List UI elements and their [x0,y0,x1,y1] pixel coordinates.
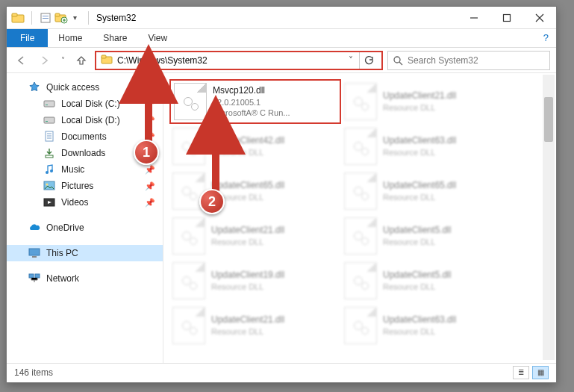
file-item[interactable]: UpdateClient19.dllResource DLL [169,258,341,303]
file-desc: Resource DLL [211,326,284,337]
sidebar-item-label: This PC [46,248,78,258]
tab-view[interactable]: View [137,29,178,47]
svg-point-18 [46,171,49,174]
address-field[interactable]: C:\Windows\System32 ˅ [95,51,383,70]
file-name: UpdateClient65.dll [383,180,456,192]
new-folder-icon[interactable] [54,11,68,25]
svg-rect-15 [46,121,48,122]
svg-rect-12 [44,101,54,107]
svg-rect-8 [504,14,511,21]
dll-file-icon [172,262,205,299]
maximize-button[interactable] [490,7,523,29]
file-desc: MicrosoftA® C Run... [213,108,290,118]
svg-rect-10 [102,55,106,58]
properties-icon[interactable] [39,11,52,25]
annotation-badge-2: 2 [199,189,225,214]
file-name: UpdateClient21.dll [211,225,284,237]
tab-share[interactable]: Share [93,29,137,47]
svg-point-11 [394,57,400,63]
tab-home[interactable]: Home [48,29,93,47]
forward-button[interactable] [35,52,53,69]
videos-icon [43,196,56,208]
vertical-scrollbar[interactable] [543,75,555,360]
file-desc: Resource DLL [383,326,456,337]
recent-dropdown-icon[interactable]: ˅ [57,52,68,69]
network-icon [28,273,41,284]
address-bar: ˅ C:\Windows\System32 ˅ Search System32 [7,48,556,73]
help-button[interactable]: ? [536,29,556,47]
sidebar-item-label: Music [61,164,84,175]
sidebar-item-label: Pictures [61,181,93,191]
sidebar-this-pc[interactable]: This PC [7,245,163,261]
drive-icon [43,114,56,126]
sidebar-item-label: Local Disk (C:) [61,99,120,109]
search-icon [393,55,403,66]
music-icon [43,164,56,175]
svg-rect-25 [29,274,34,278]
file-desc: Resource DLL [383,281,451,292]
address-dropdown-icon[interactable]: ˅ [346,55,356,66]
this-pc-icon [28,247,41,259]
file-desc: Resource DLL [211,237,284,247]
sidebar-onedrive[interactable]: OneDrive [7,220,163,236]
svg-rect-24 [32,256,37,258]
file-name: UpdateClient5.dll [383,225,451,237]
sidebar-item-label: Downloads [61,148,105,158]
sidebar-item-music[interactable]: Music 📌 [7,161,163,178]
sidebar-network[interactable]: Network [7,270,163,287]
folder-icon [11,11,25,25]
file-item[interactable]: UpdateClient65.dllResource DLL [169,169,341,214]
svg-rect-4 [43,18,49,19]
annotation-arrow-2 [201,119,231,201]
file-item[interactable]: UpdateClient63.dllResource DLL [341,303,513,348]
details-view-button[interactable]: ≣ [513,366,529,379]
svg-rect-13 [46,105,48,105]
qat-dropdown-icon[interactable]: ▾ [70,11,79,25]
file-name: UpdateClient5.dll [383,270,451,281]
body-area: Quick access Local Disk (C:) 📌 Local Dis… [7,73,556,363]
svg-point-21 [46,184,49,186]
svg-rect-26 [35,274,40,278]
sidebar-item-label: Quick access [46,82,99,93]
minimize-button[interactable] [458,7,490,29]
file-list[interactable]: Msvcp120.dll12.0.21005.1MicrosoftA® C Ru… [163,73,556,363]
file-item-highlighted[interactable]: Msvcp120.dll12.0.21005.1MicrosoftA® C Ru… [169,79,341,124]
annotation-badge-1: 1 [134,140,159,165]
file-name: UpdateClient21.dll [211,314,284,326]
dll-file-icon [174,83,207,120]
up-button[interactable] [72,52,90,69]
file-item[interactable]: UpdateClient21.dllResource DLL [341,79,513,124]
svg-rect-17 [46,155,53,158]
pictures-icon [43,180,56,192]
sidebar-item-label: Videos [61,197,88,208]
refresh-button[interactable] [359,52,377,69]
folder-icon [101,55,113,66]
file-item[interactable]: UpdateClient42.dllResource DLL [169,124,341,169]
sidebar-item-pictures[interactable]: Pictures 📌 [7,178,163,194]
sidebar-item-videos[interactable]: Videos 📌 [7,194,163,211]
dll-file-icon [344,83,377,120]
file-desc: Resource DLL [383,192,456,202]
file-item[interactable]: UpdateClient63.dllResource DLL [341,124,513,169]
dll-file-icon [172,217,205,255]
explorer-window: ▾ System32 File Home Share View ? [6,6,557,383]
svg-rect-1 [12,13,17,16]
icons-view-button[interactable]: ▦ [532,366,549,379]
file-item[interactable]: UpdateClient21.dllResource DLL [169,214,341,258]
search-field[interactable]: Search System32 [387,51,550,70]
file-item[interactable]: UpdateClient65.dllResource DLL [341,169,513,214]
close-button[interactable] [523,7,556,29]
pin-icon: 📌 [145,165,155,175]
file-item[interactable]: UpdateClient5.dllResource DLL [341,258,513,303]
file-name: UpdateClient19.dll [211,270,284,281]
file-item[interactable]: UpdateClient5.dllResource DLL [341,214,513,258]
status-bar: 146 items ≣ ▦ [7,363,556,381]
scrollbar-thumb[interactable] [544,97,553,142]
tab-file[interactable]: File [7,29,48,47]
quick-access-toolbar: ▾ [7,9,84,27]
file-item[interactable]: UpdateClient21.dllResource DLL [169,303,341,348]
onedrive-icon [28,222,41,234]
back-button[interactable] [13,52,31,69]
file-desc: Resource DLL [383,102,456,113]
file-desc: Resource DLL [383,147,456,158]
